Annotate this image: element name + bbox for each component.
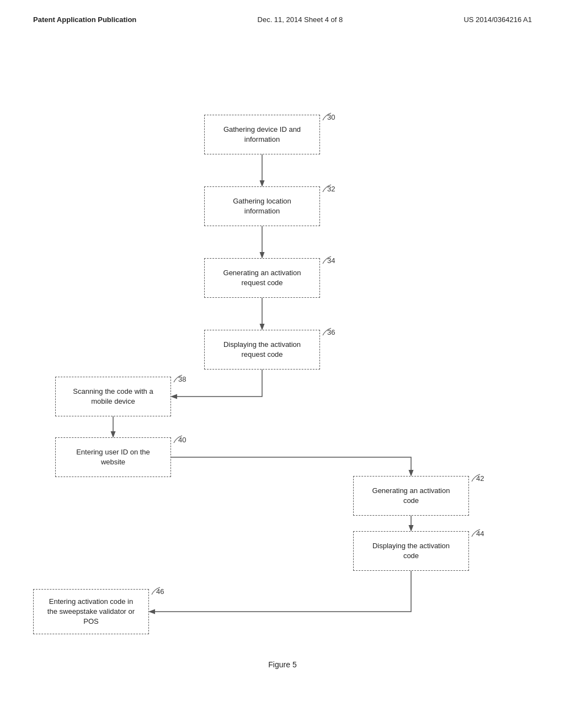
header-center: Dec. 11, 2014 Sheet 4 of 8 <box>258 15 343 24</box>
ref-38: 38 <box>178 375 186 383</box>
header-right: US 2014/0364216 A1 <box>463 15 532 24</box>
figure-caption: Figure 5 <box>0 660 565 669</box>
ref-44: 44 <box>476 529 484 538</box>
box-30: Gathering device ID and information <box>204 115 320 154</box>
diagram-area: Gathering device ID and information 30 G… <box>0 24 565 686</box>
ref-36: 36 <box>327 328 335 336</box>
box-42: Generating an activationcode <box>353 476 469 516</box>
box-34: Generating an activationrequest code <box>204 258 320 298</box>
box-44: Displaying the activationcode <box>353 531 469 571</box>
ref-40: 40 <box>178 436 186 444</box>
box-38: Scanning the code with amobile device <box>55 377 171 416</box>
ref-42: 42 <box>476 474 484 483</box>
ref-34: 34 <box>327 256 335 265</box>
ref-30: 30 <box>327 113 335 121</box>
header-left: Patent Application Publication <box>33 15 136 24</box>
box-36: Displaying the activationrequest code <box>204 330 320 370</box>
ref-46: 46 <box>156 587 164 596</box>
box-46: Entering activation code inthe sweepstak… <box>33 589 149 634</box>
box-32: Gathering locationinformation <box>204 186 320 226</box>
page-header: Patent Application Publication Dec. 11, … <box>0 0 565 24</box>
box-40: Entering user ID on thewebsite <box>55 437 171 477</box>
ref-32: 32 <box>327 185 335 193</box>
